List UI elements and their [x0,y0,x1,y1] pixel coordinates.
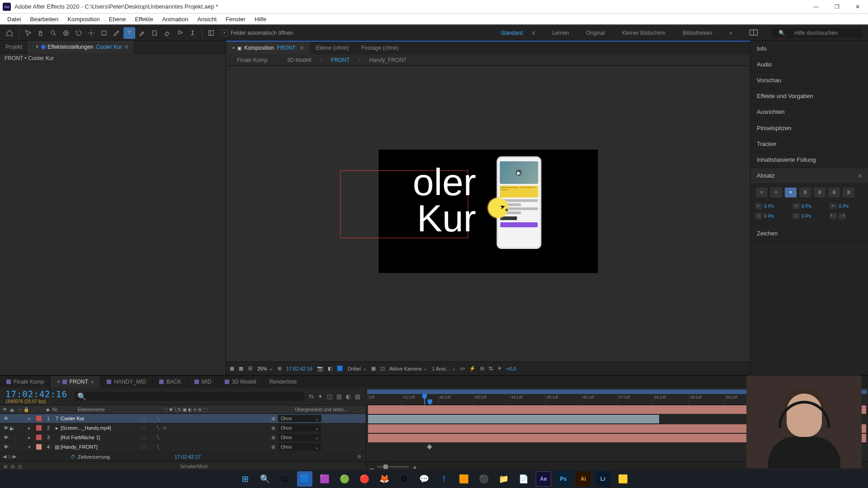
zoom-tool[interactable] [47,27,59,39]
brush-tool[interactable] [136,27,148,39]
taskbar-explorer-icon[interactable]: 📁 [496,471,511,487]
taskbar-illustrator-icon[interactable]: Ai [576,471,591,487]
current-timecode[interactable]: 17:02:42:16 [5,389,67,399]
fast-preview-icon[interactable]: ⚡ [469,366,476,371]
video-column-icon[interactable]: 👁 [3,407,7,412]
timeline-icon[interactable]: ⊟ [480,366,484,371]
pickwhip-icon[interactable]: ⊚ [271,435,275,441]
composition-tab[interactable]: × ▣ Komposition FRONT ≡ [226,42,310,54]
layer-name[interactable]: [Screen..._Handy.mp4] [61,425,140,431]
menu-effects[interactable]: Effekte [130,16,157,23]
parent-link[interactable]: ⊚Ohne⌄ [271,415,366,422]
expression-pickwhip-icon[interactable]: ⊚ [357,454,361,460]
indent-first-value[interactable]: 0 Px [802,203,811,209]
resolution-icon[interactable]: ⊞ [278,366,282,371]
space-after-value[interactable]: 0 Px [802,213,811,219]
space-before-value[interactable]: 0 Px [764,213,774,219]
taskbar-messenger-icon[interactable]: 💬 [416,471,432,487]
parent-column-header[interactable]: Übergeordnet und verkn... [295,407,366,412]
layer-switches[interactable]: ⬚╲ [140,444,271,450]
layer-tab[interactable]: Ebene (ohne) [310,42,355,54]
camera-dropdown[interactable]: Aktive Kamera ⌄ [389,366,428,371]
graph-editor-icon[interactable]: ▨ [355,393,360,400]
taskbar-app-icon[interactable]: 🟨 [615,471,631,487]
effects-presets-panel[interactable]: Effekte und Vorgaben [750,89,868,104]
visibility-toggle[interactable]: 👁 [3,435,9,440]
layer-label-color[interactable] [36,416,42,421]
comp-mini-flow-icon[interactable]: ⇆ [309,393,314,400]
menu-animation[interactable]: Animation [158,16,193,23]
justify-last-left-button[interactable]: ≣ [799,188,811,197]
composition-viewer[interactable]: oler Kur Shopify Dropshipping — Online a… [226,66,750,361]
tab-close-icon[interactable]: × [232,46,235,50]
visibility-toggle[interactable]: 👁 [3,416,9,421]
twirl-icon[interactable]: ▸ [28,416,34,422]
audio-toggle[interactable]: 🔈 [9,425,15,431]
toggle-in-out-icon[interactable]: ⊡ [18,464,22,469]
timeline-tab[interactable]: MID [188,376,218,388]
panel-menu-icon[interactable]: ≡ [859,173,862,179]
channel-toggle-icon[interactable]: ▩ [239,366,243,371]
tab-close-icon[interactable]: × [57,380,59,384]
keyframe-nav-icon[interactable]: ◀ ◇ ▶ [3,454,21,460]
layer-label-color[interactable] [36,425,42,431]
pickwhip-icon[interactable]: ⊚ [271,444,275,450]
layer-switches[interactable]: ⬚╲fx [140,425,271,431]
alpha-toggle-icon[interactable]: ▦ [230,366,234,371]
preview-timecode[interactable]: 17:02:42:16 [286,366,312,371]
shape-tool[interactable] [98,27,110,39]
layer-row[interactable]: 👁🔈▸2▸[Screen..._Handy.mp4]⬚╲fx⊚Ohne⌄ [0,423,366,433]
lock-column-icon[interactable]: 🔒 [24,407,29,412]
window-minimize-button[interactable]: — [806,0,826,14]
layer-name[interactable]: [Rot Farbfläche 1] [61,435,140,440]
text-direction-rtl-icon[interactable]: ←¶ [839,213,846,219]
project-tab[interactable]: Projekt [0,41,28,53]
breadcrumb-item-active[interactable]: FRONT [326,57,354,63]
timeline-zoom-slider[interactable] [377,466,409,468]
panel-menu-icon[interactable]: ≡ [300,45,303,51]
keyframe-icon[interactable] [427,444,432,449]
timeline-tab-active[interactable]: ×FRONT≡ [51,376,100,388]
panel-menu-icon[interactable]: ≡ [125,44,128,50]
parent-dropdown[interactable]: Ohne⌄ [278,415,321,422]
resolution-dropdown[interactable]: Drittel ⌄ [348,366,367,371]
parent-link[interactable]: ⊚Ohne⌄ [271,434,366,441]
menu-help[interactable]: Hilfe [250,16,271,23]
snapshot-icon[interactable] [41,45,46,49]
workspace-kleiner[interactable]: Kleiner Bildschirm [619,30,668,36]
info-panel[interactable]: Info [750,41,868,56]
orbit-tool[interactable] [60,27,72,39]
parent-dropdown[interactable]: Ohne⌄ [278,434,321,441]
paragraph-panel-header[interactable]: Absatz ≡ [750,168,868,184]
taskbar-app-icon[interactable]: 🟪 [317,471,332,487]
text-layer-content[interactable]: oler Kur [381,164,476,237]
workspace-lernen[interactable]: Lernen [549,30,571,36]
color-mgmt-icon[interactable]: 🟦 [337,366,343,371]
taskbar-app-icon[interactable]: ⚙ [396,471,412,487]
layer-search-input[interactable]: 🔍 [75,392,304,401]
label-column-icon[interactable]: ◆ [46,407,50,412]
twirl-icon[interactable]: ▸ [28,425,34,431]
indent-left-value[interactable]: 0 Px [764,203,774,209]
parent-dropdown[interactable]: Ohne⌄ [278,424,321,432]
taskbar-lightroom-icon[interactable]: Lr [595,471,611,487]
taskbar-photoshop-icon[interactable]: Ps [556,471,571,487]
layer-name[interactable]: [Handy_FRONT] [61,444,140,450]
menu-layer[interactable]: Ebene [104,16,131,23]
audio-panel[interactable]: Audio [750,56,868,72]
character-panel[interactable]: Zeichen [750,225,868,241]
auto-open-checkbox[interactable]: ✓ [222,30,228,36]
switches-column-header[interactable]: ⬚ ✱ ╲ fx ▣ ◐ ⊙ ⊕ ⬚ [164,407,295,412]
roto-tool[interactable] [174,27,186,39]
views-dropdown[interactable]: 1 Ansi... ⌄ [432,366,455,371]
selection-tool[interactable] [22,27,34,39]
layer-switches[interactable]: ⬚╲ [140,415,271,422]
brushes-panel[interactable]: Pinselspitzen [750,120,868,136]
layer-row[interactable]: 👁▾4▧[Handy_FRONT]⬚╲⊚Ohne⌄ [0,442,366,452]
taskbar-firefox-icon[interactable]: 🦊 [377,471,392,487]
window-close-button[interactable]: ✕ [847,0,868,14]
timeline-tab[interactable]: BACK [153,376,188,388]
help-search-input[interactable]: 🔍 Hilfe durchsuchen [772,28,863,38]
mask-toggle-icon[interactable]: ⦿ [248,366,253,371]
visibility-toggle[interactable]: 👁 [3,425,9,431]
